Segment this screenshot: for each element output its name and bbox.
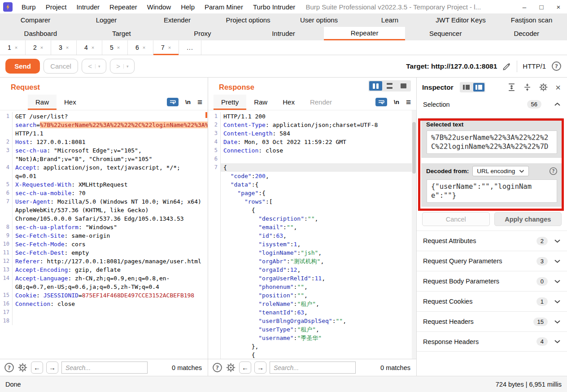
word-wrap-icon[interactable] [375, 98, 387, 106]
nav-tab-project-options[interactable]: Project options [213, 13, 284, 27]
newline-toggle-icon[interactable]: \n [185, 99, 191, 105]
nav-tab-learn[interactable]: Learn [354, 13, 425, 27]
repeater-tab-6[interactable]: 6× [128, 40, 153, 55]
nav-tab-sequencer[interactable]: Sequencer [405, 27, 486, 40]
history-forward-button[interactable]: > ▾ [110, 59, 135, 74]
line-number: 2 [0, 138, 13, 146]
response-tab-hex[interactable]: Hex [275, 95, 302, 110]
menu-item-burp[interactable]: Burp [17, 3, 41, 11]
nav-tab-extender[interactable]: Extender [142, 13, 213, 27]
menu-item-help[interactable]: Help [176, 3, 200, 11]
inspector-section-request-headers[interactable]: Request Headers15 [417, 311, 567, 331]
nav-tab-target[interactable]: Target [81, 27, 162, 40]
newline-toggle-icon[interactable]: \n [394, 99, 399, 105]
response-editor[interactable]: 1HTTP/1.1 2002Content-Type: application/… [208, 110, 416, 359]
tab-close-icon[interactable]: × [168, 45, 171, 50]
help-icon[interactable]: ? [549, 167, 558, 175]
settings-gear-icon[interactable] [17, 362, 28, 373]
http-version-selector[interactable]: HTTP/1 [523, 62, 546, 70]
search-prev-button[interactable]: ← [31, 362, 43, 374]
inspector-section-request-query-parameters[interactable]: Request Query Parameters3 [417, 251, 567, 271]
nav-tab-jwt-editor-keys[interactable]: JWT Editor Keys [425, 13, 496, 27]
menu-item-param-miner[interactable]: Param Miner [200, 3, 248, 11]
tab-close-icon[interactable]: × [15, 45, 17, 50]
menu-item-turbo-intruder[interactable]: Turbo Intruder [248, 3, 301, 11]
scrollbar-thumb[interactable] [412, 122, 416, 174]
menu-item-project[interactable]: Project [41, 3, 72, 11]
repeater-tab-5[interactable]: 5× [102, 40, 128, 55]
close-button[interactable]: × [550, 3, 567, 11]
nav-tab-user-options[interactable]: User options [284, 13, 354, 27]
menu-item-repeater[interactable]: Repeater [105, 3, 142, 11]
decoded-text-value[interactable]: {"userName":"","loginName":""} [427, 179, 557, 203]
line-number: 3 [208, 129, 221, 138]
collapse-all-icon[interactable] [523, 83, 532, 91]
nav-tab-decoder[interactable]: Decoder [486, 27, 567, 40]
word-wrap-icon[interactable] [167, 98, 179, 106]
maximize-button[interactable]: □ [533, 3, 550, 11]
search-input[interactable] [270, 362, 356, 374]
response-tab-raw[interactable]: Raw [246, 95, 275, 110]
selected-text-value[interactable]: %7B%22userName%22%3A%22%22%2C%22loginNam… [427, 131, 557, 154]
layout-columns-button[interactable] [369, 81, 382, 91]
encoding-select[interactable]: URL encoding [472, 166, 529, 176]
dock-left-button[interactable] [461, 83, 472, 91]
dock-right-button[interactable] [473, 83, 484, 91]
search-next-button[interactable]: → [254, 362, 266, 374]
minimize-button[interactable]: – [516, 3, 533, 11]
nav-tab-fastjson-scan[interactable]: Fastjson scan [496, 13, 567, 27]
expand-all-icon[interactable] [507, 83, 516, 91]
nav-tab-logger[interactable]: Logger [71, 13, 142, 27]
close-inspector-icon[interactable]: × [555, 83, 561, 92]
nav-tab-comparer[interactable]: Comparer [0, 13, 71, 27]
help-icon[interactable]: ? [212, 362, 222, 373]
nav-tab-proxy[interactable]: Proxy [162, 27, 243, 40]
send-button[interactable]: Send [5, 59, 40, 74]
repeater-tab-2[interactable]: 2× [26, 40, 51, 55]
menu-icon[interactable]: ≡ [406, 98, 411, 106]
repeater-tab-4[interactable]: 4× [77, 40, 102, 55]
settings-gear-icon[interactable] [539, 83, 548, 92]
help-icon[interactable]: ? [551, 61, 562, 71]
tab-number: 2 [33, 44, 37, 51]
repeater-tab-7[interactable]: 7× [153, 40, 179, 55]
response-tab-pretty[interactable]: Pretty [214, 95, 246, 110]
selection-section-header[interactable]: Selection 56 [417, 96, 567, 113]
search-input[interactable] [61, 362, 148, 374]
repeater-tab-more[interactable]: ... [179, 40, 201, 55]
nav-tab-repeater[interactable]: Repeater [324, 27, 405, 40]
request-editor[interactable]: 1GET /user/list?search=%7B%22userName%22… [0, 110, 208, 359]
inspector-section-request-attributes[interactable]: Request Attributes2 [417, 231, 567, 251]
history-back-button[interactable]: < ▾ [82, 59, 106, 74]
repeater-tab-3[interactable]: 3× [51, 40, 77, 55]
nav-tab-intruder[interactable]: Intruder [243, 27, 324, 40]
help-icon[interactable]: ? [4, 362, 14, 373]
layout-single-button[interactable] [397, 81, 410, 91]
tab-close-icon[interactable]: × [92, 45, 94, 50]
tab-close-icon[interactable]: × [143, 45, 145, 50]
nav-tab-dashboard[interactable]: Dashboard [0, 27, 81, 40]
response-tab-render[interactable]: Render [302, 95, 340, 110]
line-text: "userBlngOrgaDsplSeq":"", [221, 317, 416, 325]
repeater-tab-1[interactable]: 1× [0, 40, 26, 55]
tab-close-icon[interactable]: × [117, 45, 120, 50]
edit-target-pencil-icon[interactable] [502, 62, 511, 71]
inspector-section-response-headers[interactable]: Response Headers4 [417, 331, 567, 352]
request-tab-raw[interactable]: Raw [28, 95, 57, 110]
tab-close-icon[interactable]: × [66, 45, 69, 50]
selection-label: Selection [423, 101, 450, 108]
menu-item-intruder[interactable]: Intruder [71, 3, 105, 11]
settings-gear-icon[interactable] [226, 362, 236, 373]
search-prev-button[interactable]: ← [239, 362, 251, 374]
cancel-button[interactable]: Cancel [44, 59, 78, 74]
tab-close-icon[interactable]: × [40, 45, 43, 50]
request-tab-hex[interactable]: Hex [57, 95, 84, 110]
inspector-section-request-cookies[interactable]: Request Cookies1 [417, 291, 567, 311]
search-next-button[interactable]: → [46, 362, 58, 374]
menu-item-window[interactable]: Window [142, 3, 176, 11]
menu-icon[interactable]: ≡ [197, 98, 202, 106]
layout-rows-button[interactable] [383, 81, 396, 91]
apply-changes-button[interactable]: Apply changes [494, 212, 562, 226]
inspector-section-request-body-parameters[interactable]: Request Body Parameters0 [417, 271, 567, 291]
inspector-cancel-button[interactable]: Cancel [422, 212, 490, 226]
